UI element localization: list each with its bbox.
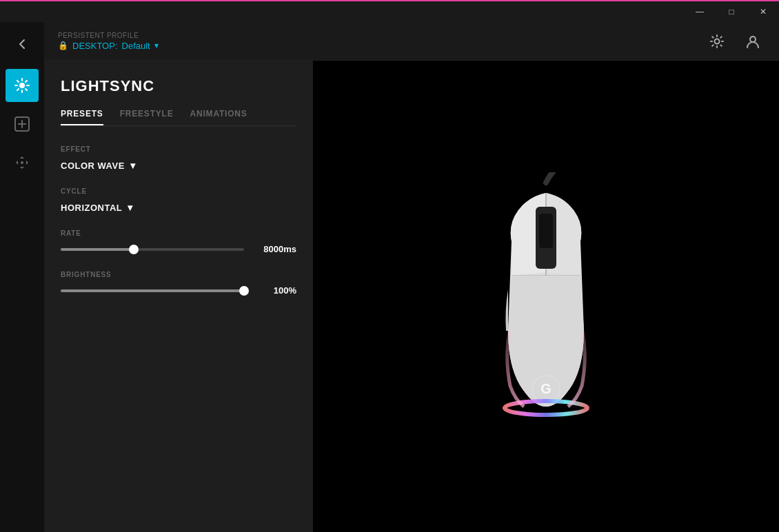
rate-slider-track[interactable] [61, 248, 244, 251]
profile-name: Default [122, 41, 150, 51]
settings-panel: LIGHTSYNC PRESETS FREESTYLE ANIMATIONS E… [44, 61, 313, 532]
settings-button[interactable] [705, 29, 729, 54]
mouse-area: G [313, 61, 779, 532]
tab-freestyle[interactable]: FREESTYLE [120, 109, 174, 125]
effect-group: EFFECT COLOR WAVE ▾ [61, 145, 296, 171]
svg-line-5 [17, 81, 19, 82]
app-container: PERSISTENT PROFILE 🔒 DESKTOP: Default ▾ [0, 22, 779, 532]
mouse-illustration: G [470, 172, 622, 420]
brightness-slider-fill [61, 289, 244, 292]
rate-slider-container: 8000ms [61, 244, 296, 254]
brightness-slider-thumb[interactable] [239, 286, 249, 296]
rate-slider-thumb[interactable] [129, 245, 139, 254]
section-title: LIGHTSYNC [61, 77, 296, 95]
main-content: PERSISTENT PROFILE 🔒 DESKTOP: Default ▾ [44, 22, 779, 532]
profile-prefix: DESKTOP: [72, 41, 118, 51]
svg-point-14 [750, 37, 756, 42]
effect-dropdown[interactable]: COLOR WAVE ▾ [61, 160, 296, 171]
titlebar-controls: — □ ✕ [684, 1, 779, 23]
tab-animations[interactable]: ANIMATIONS [190, 109, 247, 125]
svg-rect-17 [539, 214, 553, 248]
svg-point-12 [21, 161, 23, 164]
brightness-label: BRIGHTNESS [61, 271, 296, 278]
cycle-group: CYCLE HORIZONTAL ▾ [61, 187, 296, 213]
lock-icon: 🔒 [58, 41, 68, 50]
sidebar-item-add[interactable] [6, 108, 39, 141]
back-button[interactable] [8, 30, 36, 58]
svg-line-6 [26, 89, 27, 90]
rate-value: 8000ms [255, 244, 296, 254]
close-button[interactable]: ✕ [747, 1, 779, 23]
effect-label: EFFECT [61, 145, 296, 153]
effect-dropdown-arrow: ▾ [130, 160, 136, 171]
profile-selector[interactable]: 🔒 DESKTOP: Default ▾ [58, 41, 159, 51]
user-button[interactable] [740, 29, 765, 54]
header-left: PERSISTENT PROFILE 🔒 DESKTOP: Default ▾ [58, 32, 159, 51]
persistent-profile-label: PERSISTENT PROFILE [58, 32, 159, 39]
mouse-illustration-container: G [470, 172, 622, 420]
sidebar-item-lightsync[interactable] [6, 69, 39, 102]
rate-group: RATE 8000ms [61, 229, 296, 254]
svg-line-8 [26, 81, 27, 82]
tabs: PRESETS FREESTYLE ANIMATIONS [61, 109, 296, 126]
cycle-dropdown-arrow: ▾ [128, 202, 133, 213]
maximize-button[interactable]: □ [716, 1, 747, 23]
brightness-slider-container: 100% [61, 285, 296, 296]
brightness-value: 100% [255, 285, 296, 296]
effect-value: COLOR WAVE [61, 161, 125, 171]
svg-point-21 [505, 401, 587, 415]
cycle-label: CYCLE [61, 187, 296, 195]
sidebar-item-move[interactable] [6, 146, 39, 179]
minimize-button[interactable]: — [684, 1, 716, 23]
brightness-slider-track[interactable] [61, 289, 244, 292]
tab-presets[interactable]: PRESETS [61, 109, 103, 125]
titlebar: — □ ✕ [0, 0, 779, 22]
svg-text:G: G [540, 381, 552, 396]
profile-dropdown-arrow[interactable]: ▾ [154, 41, 159, 50]
svg-point-13 [715, 39, 720, 43]
rate-slider-fill [61, 248, 134, 251]
svg-line-7 [17, 89, 19, 90]
svg-point-0 [19, 83, 25, 88]
body: LIGHTSYNC PRESETS FREESTYLE ANIMATIONS E… [44, 61, 779, 532]
header-right [705, 29, 765, 54]
rate-label: RATE [61, 229, 296, 237]
sidebar [0, 22, 44, 532]
cycle-dropdown[interactable]: HORIZONTAL ▾ [61, 202, 296, 213]
header: PERSISTENT PROFILE 🔒 DESKTOP: Default ▾ [44, 22, 779, 61]
cycle-value: HORIZONTAL [61, 203, 122, 213]
brightness-group: BRIGHTNESS 100% [61, 271, 296, 296]
